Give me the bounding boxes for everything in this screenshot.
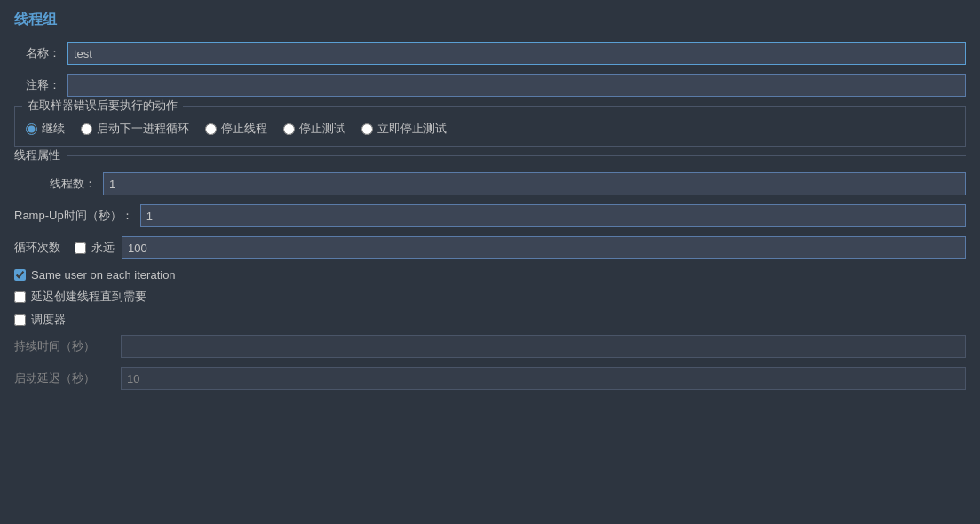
ramp-up-row: Ramp-Up时间（秒）： <box>14 204 966 227</box>
radio-next-loop-label: 启动下一进程循环 <box>97 121 189 137</box>
scheduler-row[interactable]: 调度器 <box>14 312 966 328</box>
duration-label: 持续时间（秒） <box>14 338 121 354</box>
comment-row: 注释： <box>14 74 966 97</box>
comment-input[interactable] <box>67 74 966 97</box>
startup-delay-label: 启动延迟（秒） <box>14 370 121 386</box>
radio-stop-now[interactable]: 立即停止测试 <box>361 121 447 137</box>
radio-stop-test-label: 停止测试 <box>299 121 345 137</box>
loop-label: 循环次数 <box>14 240 67 256</box>
thread-count-input[interactable] <box>103 172 966 195</box>
forever-checkbox-label[interactable]: 永远 <box>75 240 115 256</box>
ramp-up-input[interactable] <box>140 204 966 227</box>
radio-stop-now-label: 立即停止测试 <box>377 121 447 137</box>
startup-delay-input[interactable] <box>121 367 966 390</box>
thread-count-label: 线程数： <box>14 176 103 192</box>
startup-delay-row: 启动延迟（秒） <box>14 367 966 390</box>
radio-stop-thread[interactable]: 停止线程 <box>205 121 267 137</box>
name-label: 名称： <box>14 45 67 61</box>
comment-label: 注释： <box>14 77 67 93</box>
thread-props-title: 线程属性 <box>14 147 67 163</box>
same-user-checkbox[interactable] <box>14 269 26 281</box>
duration-input[interactable] <box>121 335 966 358</box>
ramp-up-label: Ramp-Up时间（秒）： <box>14 208 140 224</box>
scheduler-label: 调度器 <box>31 312 66 328</box>
delay-create-row[interactable]: 延迟创建线程直到需要 <box>14 289 966 305</box>
same-user-row[interactable]: Same user on each iteration <box>14 268 966 282</box>
radio-next-loop[interactable]: 启动下一进程循环 <box>81 121 189 137</box>
radio-continue[interactable]: 继续 <box>26 121 65 137</box>
error-section-title: 在取样器错误后要执行的动作 <box>22 98 183 114</box>
same-user-label: Same user on each iteration <box>31 268 176 282</box>
error-radio-group: 继续 启动下一进程循环 停止线程 停止测试 立即停止测试 <box>26 121 954 137</box>
scheduler-checkbox[interactable] <box>14 314 26 326</box>
main-container: 线程组 名称： 注释： 在取样器错误后要执行的动作 继续 启动下一进程循环 <box>0 0 980 524</box>
radio-stop-thread-label: 停止线程 <box>221 121 267 137</box>
duration-row: 持续时间（秒） <box>14 335 966 358</box>
loop-row: 循环次数 永远 <box>14 236 966 259</box>
error-action-group: 在取样器错误后要执行的动作 继续 启动下一进程循环 停止线程 停止测试 <box>14 106 966 147</box>
thread-props-section: 线程属性 线程数： Ramp-Up时间（秒）： 循环次数 永远 Same use… <box>14 155 966 390</box>
radio-continue-label: 继续 <box>42 121 65 137</box>
loop-count-input[interactable] <box>122 236 966 259</box>
thread-count-row: 线程数： <box>14 172 966 195</box>
forever-checkbox[interactable] <box>75 242 86 254</box>
page-title: 线程组 <box>14 11 966 29</box>
radio-stop-test[interactable]: 停止测试 <box>283 121 345 137</box>
forever-label: 永远 <box>91 240 115 256</box>
name-input[interactable] <box>67 42 966 65</box>
name-row: 名称： <box>14 42 966 65</box>
delay-create-label: 延迟创建线程直到需要 <box>31 289 146 305</box>
delay-create-checkbox[interactable] <box>14 291 26 303</box>
